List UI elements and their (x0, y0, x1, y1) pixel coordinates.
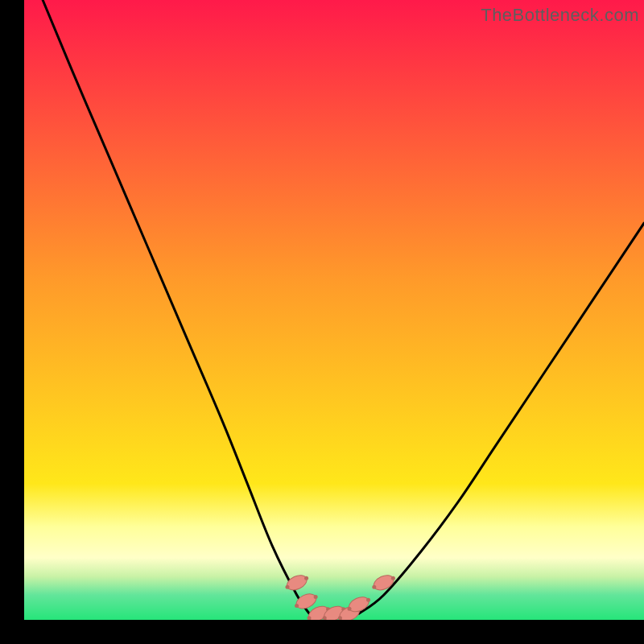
plot-area: TheBottleneck.com (24, 0, 644, 620)
svg-point-20 (391, 576, 395, 580)
chart-svg (24, 0, 644, 620)
watermark-label: TheBottleneck.com (481, 5, 639, 26)
svg-point-1 (286, 585, 290, 589)
svg-point-4 (295, 604, 299, 608)
svg-point-16 (348, 607, 352, 611)
svg-point-19 (372, 585, 376, 589)
svg-point-5 (314, 595, 318, 599)
svg-point-17 (366, 598, 370, 602)
svg-point-2 (304, 576, 308, 580)
chart-frame: TheBottleneck.com (0, 0, 644, 644)
gradient-background (24, 0, 644, 620)
